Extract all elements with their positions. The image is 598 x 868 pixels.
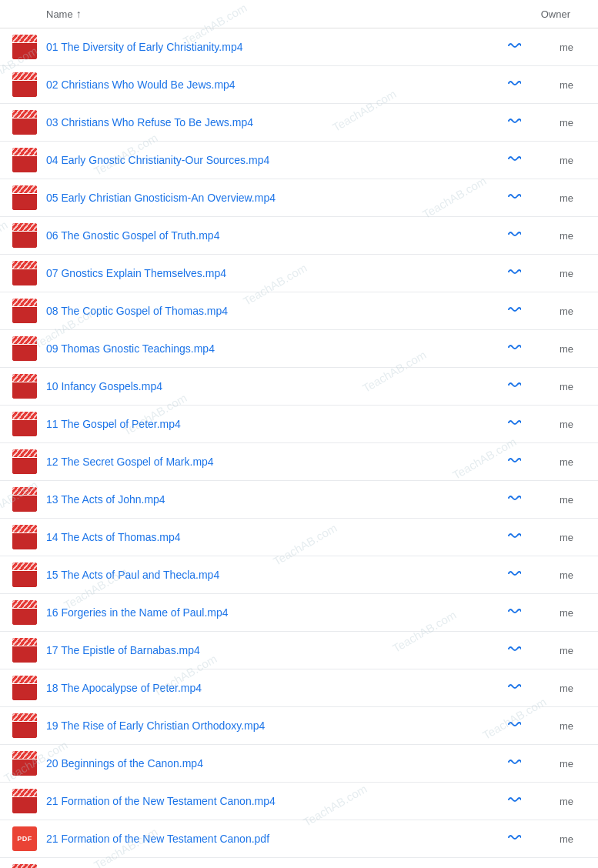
file-name-link[interactable]: 18 The Apocalypse of Peter.mp4: [46, 682, 202, 694]
table-row[interactable]: 20 Beginnings of the Canon.mp4 me: [0, 745, 598, 783]
file-actions: [507, 265, 521, 282]
file-name[interactable]: 03 Christians Who Refuse To Be Jews.mp4: [46, 116, 507, 129]
file-name[interactable]: 05 Early Christian Gnosticism-An Overvie…: [46, 192, 507, 204]
table-row[interactable]: 15 The Acts of Paul and Thecla.mp4 me: [0, 556, 598, 594]
video-file-icon: [12, 374, 37, 399]
file-name[interactable]: 01 The Diversity of Early Christianity.m…: [46, 41, 507, 53]
table-row[interactable]: 22 Interpretation of Scripture.mp4 me: [0, 858, 598, 868]
table-row[interactable]: 21 Formation of the New Testament Canon.…: [0, 783, 598, 820]
file-name-link[interactable]: 21 Formation of the New Testament Canon.…: [46, 795, 276, 807]
file-owner: me: [527, 607, 573, 619]
file-name-link[interactable]: 08 The Coptic Gospel of Thomas.mp4: [46, 305, 228, 317]
file-name-link[interactable]: 10 Infancy Gospels.mp4: [46, 380, 162, 392]
file-name-link[interactable]: 21 Formation of the New Testament Canon.…: [46, 833, 269, 845]
sort-ascending-icon[interactable]: ↑: [76, 8, 82, 20]
table-row[interactable]: 04 Early Gnostic Christianity-Our Source…: [0, 142, 598, 179]
file-name[interactable]: 17 The Epistle of Barnabas.mp4: [46, 644, 507, 656]
file-name-link[interactable]: 06 The Gnostic Gospel of Truth.mp4: [46, 229, 219, 242]
sync-icon[interactable]: [507, 566, 521, 583]
file-name-link[interactable]: 13 The Acts of John.mp4: [46, 493, 165, 506]
sync-icon[interactable]: [507, 378, 521, 395]
table-row[interactable]: 11 The Gospel of Peter.mp4 me: [0, 406, 598, 443]
table-row[interactable]: 12 The Secret Gospel of Mark.mp4 me: [0, 443, 598, 481]
file-name-link[interactable]: 02 Christians Who Would Be Jews.mp4: [46, 78, 236, 91]
file-name[interactable]: 08 The Coptic Gospel of Thomas.mp4: [46, 305, 507, 317]
sync-icon[interactable]: [507, 642, 521, 659]
table-row[interactable]: 02 Christians Who Would Be Jews.mp4 me: [0, 66, 598, 104]
table-row[interactable]: 06 The Gnostic Gospel of Truth.mp4 me: [0, 217, 598, 255]
file-name[interactable]: 12 The Secret Gospel of Mark.mp4: [46, 456, 507, 468]
file-name-link[interactable]: 17 The Epistle of Barnabas.mp4: [46, 644, 200, 656]
sync-icon[interactable]: [507, 416, 521, 432]
file-name-link[interactable]: 19 The Rise of Early Christian Orthodoxy…: [46, 719, 265, 732]
sync-icon[interactable]: [507, 227, 521, 244]
file-name[interactable]: 09 Thomas Gnostic Teachings.mp4: [46, 342, 507, 355]
video-file-icon: [12, 72, 37, 97]
sync-icon[interactable]: [507, 76, 521, 93]
file-name-link[interactable]: 05 Early Christian Gnosticism-An Overvie…: [46, 192, 276, 204]
file-name-link[interactable]: 16 Forgeries in the Name of Paul.mp4: [46, 606, 229, 619]
sync-icon[interactable]: [507, 529, 521, 546]
sync-icon[interactable]: [507, 265, 521, 282]
file-name-link[interactable]: 04 Early Gnostic Christianity-Our Source…: [46, 154, 269, 166]
sync-icon[interactable]: [507, 793, 521, 810]
table-row[interactable]: 10 Infancy Gospels.mp4 me: [0, 368, 598, 406]
file-name-link[interactable]: 01 The Diversity of Early Christianity.m…: [46, 41, 242, 53]
sync-icon[interactable]: [507, 604, 521, 621]
file-name-link[interactable]: 03 Christians Who Refuse To Be Jews.mp4: [46, 116, 253, 129]
sync-icon[interactable]: [507, 114, 521, 131]
sync-icon[interactable]: [507, 152, 521, 169]
file-name-link[interactable]: 07 Gnostics Explain Themselves.mp4: [46, 267, 226, 279]
sync-icon[interactable]: [507, 717, 521, 734]
table-row[interactable]: PDF21 Formation of the New Testament Can…: [0, 820, 598, 858]
table-row[interactable]: 08 The Coptic Gospel of Thomas.mp4 me: [0, 292, 598, 330]
file-name[interactable]: 11 The Gospel of Peter.mp4: [46, 418, 507, 430]
file-name[interactable]: 16 Forgeries in the Name of Paul.mp4: [46, 606, 507, 619]
table-row[interactable]: 05 Early Christian Gnosticism-An Overvie…: [0, 179, 598, 217]
table-row[interactable]: 07 Gnostics Explain Themselves.mp4 me: [0, 255, 598, 292]
file-name[interactable]: 06 The Gnostic Gospel of Truth.mp4: [46, 229, 507, 242]
table-row[interactable]: 16 Forgeries in the Name of Paul.mp4 me: [0, 594, 598, 632]
file-name-link[interactable]: 20 Beginnings of the Canon.mp4: [46, 757, 203, 770]
sync-icon[interactable]: [507, 830, 521, 847]
table-row[interactable]: 03 Christians Who Refuse To Be Jews.mp4 …: [0, 104, 598, 142]
sync-icon[interactable]: [507, 189, 521, 206]
sync-icon[interactable]: [507, 679, 521, 696]
table-row[interactable]: 17 The Epistle of Barnabas.mp4 me: [0, 632, 598, 669]
sync-icon[interactable]: [507, 755, 521, 772]
file-name[interactable]: 10 Infancy Gospels.mp4: [46, 380, 507, 392]
table-row[interactable]: 19 The Rise of Early Christian Orthodoxy…: [0, 707, 598, 745]
file-name[interactable]: 14 The Acts of Thomas.mp4: [46, 531, 507, 543]
sync-icon[interactable]: [507, 302, 521, 319]
owner-column-header: Owner: [509, 8, 570, 20]
sync-icon[interactable]: [507, 491, 521, 508]
file-actions: [507, 114, 521, 131]
file-name[interactable]: 21 Formation of the New Testament Canon.…: [46, 833, 507, 845]
table-row[interactable]: 18 The Apocalypse of Peter.mp4 me: [0, 669, 598, 707]
video-file-icon: [12, 789, 37, 813]
table-row[interactable]: 14 The Acts of Thomas.mp4 me: [0, 519, 598, 556]
file-name[interactable]: 15 The Acts of Paul and Thecla.mp4: [46, 569, 507, 581]
sync-icon[interactable]: [507, 38, 521, 55]
sync-icon[interactable]: [507, 453, 521, 470]
file-name[interactable]: 18 The Apocalypse of Peter.mp4: [46, 682, 507, 694]
table-row[interactable]: 01 The Diversity of Early Christianity.m…: [0, 28, 598, 66]
file-name-link[interactable]: 09 Thomas Gnostic Teachings.mp4: [46, 342, 215, 355]
file-name-link[interactable]: 14 The Acts of Thomas.mp4: [46, 531, 181, 543]
file-name-link[interactable]: 15 The Acts of Paul and Thecla.mp4: [46, 569, 219, 581]
table-row[interactable]: 13 The Acts of John.mp4 me: [0, 481, 598, 519]
video-file-icon: [12, 148, 37, 172]
file-name[interactable]: 02 Christians Who Would Be Jews.mp4: [46, 78, 507, 91]
file-rows: 01 The Diversity of Early Christianity.m…: [0, 28, 598, 868]
file-name[interactable]: 13 The Acts of John.mp4: [46, 493, 507, 506]
file-name[interactable]: 19 The Rise of Early Christian Orthodoxy…: [46, 719, 507, 732]
file-name[interactable]: 20 Beginnings of the Canon.mp4: [46, 757, 507, 770]
file-name[interactable]: 07 Gnostics Explain Themselves.mp4: [46, 267, 507, 279]
file-name-link[interactable]: 12 The Secret Gospel of Mark.mp4: [46, 456, 214, 468]
sync-icon[interactable]: [507, 340, 521, 357]
file-name[interactable]: 04 Early Gnostic Christianity-Our Source…: [46, 154, 507, 166]
table-row[interactable]: 09 Thomas Gnostic Teachings.mp4 me: [0, 330, 598, 368]
name-column-header[interactable]: Name ↑: [46, 8, 509, 20]
file-name[interactable]: 21 Formation of the New Testament Canon.…: [46, 795, 507, 807]
file-name-link[interactable]: 11 The Gospel of Peter.mp4: [46, 418, 181, 430]
